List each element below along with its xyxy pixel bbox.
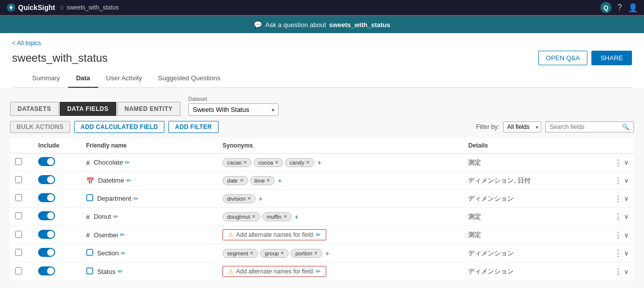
row-action-buttons: ⋮ ∨ <box>605 267 629 276</box>
include-toggle[interactable] <box>38 266 55 275</box>
include-toggle[interactable] <box>38 211 55 220</box>
qa-banner[interactable]: 💬 Ask a question about sweets_with_statu… <box>0 16 644 33</box>
field-name-label: Donut <box>94 213 111 220</box>
row-action-buttons: ⋮ ∨ <box>605 249 629 258</box>
row-expand-icon[interactable]: ∨ <box>624 159 629 166</box>
add-synonym-icon[interactable]: + <box>325 249 329 257</box>
add-alternate-names-btn[interactable]: ⚠ Add alternate names for field ✏ <box>223 229 326 240</box>
add-synonym-icon[interactable]: + <box>295 213 299 221</box>
sub-tab-data-fields[interactable]: DATA FIELDS <box>60 102 116 116</box>
share-button[interactable]: SHARE <box>591 51 632 65</box>
tag-remove-icon[interactable]: ✕ <box>243 160 247 165</box>
tag-remove-icon[interactable]: ✕ <box>275 160 279 165</box>
tab-user-activity[interactable]: User Activity <box>98 69 150 88</box>
measure-icon: # <box>86 159 90 167</box>
row-checkbox[interactable] <box>15 212 22 219</box>
tag-pill: date ✕ <box>223 176 248 185</box>
include-toggle[interactable] <box>38 248 55 257</box>
sub-tab-datasets[interactable]: DATASETS <box>10 102 59 116</box>
search-input[interactable] <box>550 123 620 130</box>
row-menu-icon[interactable]: ⋮ <box>614 158 622 167</box>
qa-icon: 💬 <box>254 21 262 29</box>
field-name-edit-icon[interactable]: ✏ <box>126 177 131 184</box>
back-link[interactable]: All topics <box>12 40 41 47</box>
row-checkbox[interactable] <box>15 267 22 274</box>
include-toggle[interactable] <box>38 230 55 239</box>
include-toggle[interactable] <box>38 175 55 184</box>
row-checkbox[interactable] <box>15 158 22 165</box>
row-expand-icon[interactable]: ∨ <box>624 195 629 202</box>
tab-suggested-questions[interactable]: Suggested Questions <box>150 69 228 88</box>
row-expand-icon[interactable]: ∨ <box>624 213 629 220</box>
field-name-edit-icon[interactable]: ✏ <box>133 195 138 202</box>
row-checkbox[interactable] <box>15 176 22 183</box>
row-menu-icon[interactable]: ⋮ <box>614 176 622 185</box>
tab-data[interactable]: Data <box>68 69 98 88</box>
tag-remove-icon[interactable]: ✕ <box>280 250 284 256</box>
field-name-edit-icon[interactable]: ✏ <box>125 159 130 166</box>
table-row: Section ✏ segment ✕group ✕portion ✕+ ディメ… <box>10 244 634 262</box>
row-action-buttons: ⋮ ∨ <box>605 230 629 239</box>
dataset-select[interactable]: Sweets With Status <box>188 103 279 116</box>
row-details-cell: ディメンション <box>463 262 599 281</box>
tag-remove-icon[interactable]: ✕ <box>306 160 310 165</box>
tag-remove-icon[interactable]: ✕ <box>240 178 244 183</box>
tag-pill: group ✕ <box>260 249 289 258</box>
add-field-label: Add alternate names for field <box>236 268 313 275</box>
field-name-edit-icon[interactable]: ✏ <box>120 231 125 238</box>
row-checkbox[interactable] <box>15 231 22 238</box>
row-menu-icon[interactable]: ⋮ <box>614 249 622 258</box>
row-expand-icon[interactable]: ∨ <box>624 268 629 275</box>
field-name-label: Section <box>97 249 119 257</box>
row-checkbox[interactable] <box>15 194 22 201</box>
tab-summary[interactable]: Summary <box>24 69 68 88</box>
sub-tab-named-entity[interactable]: NAMED ENTITY <box>117 102 180 116</box>
tag-remove-icon[interactable]: ✕ <box>247 196 251 201</box>
row-menu-icon[interactable]: ⋮ <box>614 230 622 239</box>
tag-remove-icon[interactable]: ✕ <box>314 250 318 256</box>
tag-pill: segment ✕ <box>223 249 258 258</box>
tag-remove-icon[interactable]: ✕ <box>252 214 256 219</box>
tag-remove-icon[interactable]: ✕ <box>250 250 254 256</box>
field-name-edit-icon[interactable]: ✏ <box>113 213 118 220</box>
help-icon[interactable]: ? <box>617 3 622 12</box>
row-details-cell: ディメンション <box>463 244 599 262</box>
add-field-label: Add alternate names for field <box>236 231 313 238</box>
brand-logo[interactable]: QuickSight <box>6 3 55 13</box>
include-toggle[interactable] <box>38 193 55 202</box>
add-synonym-icon[interactable]: + <box>317 159 321 167</box>
open-qa-button[interactable]: OPEN Q&A <box>538 51 587 65</box>
row-checkbox-cell <box>10 208 33 226</box>
tag-remove-icon[interactable]: ✕ <box>283 214 287 219</box>
table-row: Status ✏ ⚠ Add alternate names for field… <box>10 262 634 281</box>
row-menu-icon[interactable]: ⋮ <box>614 267 622 276</box>
tag-remove-icon[interactable]: ✕ <box>266 178 270 183</box>
table-row: 📅 Datetime ✏ date ✕time ✕+ ディメンション, 日付 ⋮… <box>10 172 634 190</box>
add-synonym-icon[interactable]: + <box>259 195 263 203</box>
field-name-edit-icon[interactable]: ✏ <box>121 250 126 257</box>
svg-rect-1 <box>87 195 93 201</box>
dimension-icon <box>86 194 93 203</box>
row-expand-icon[interactable]: ∨ <box>624 249 629 257</box>
edit-icon[interactable]: ✏ <box>316 231 321 238</box>
row-menu-icon[interactable]: ⋮ <box>614 194 622 203</box>
add-calculated-field-button[interactable]: ADD CALCULATED FIELD <box>74 121 164 133</box>
filter-select[interactable]: All fields <box>503 121 541 132</box>
add-alternate-names-btn[interactable]: ⚠ Add alternate names for field ✏ <box>223 266 326 277</box>
row-details-cell: 測定 <box>463 154 599 172</box>
row-expand-icon[interactable]: ∨ <box>624 231 629 239</box>
row-actions-cell: ⋮ ∨ <box>600 172 634 190</box>
edit-icon[interactable]: ✏ <box>316 268 321 275</box>
field-name-edit-icon[interactable]: ✏ <box>118 268 123 275</box>
include-toggle[interactable] <box>38 157 55 166</box>
circle-icon[interactable]: Q <box>600 2 611 13</box>
row-checkbox[interactable] <box>15 249 22 256</box>
field-details-label: 測定 <box>468 213 481 220</box>
row-menu-icon[interactable]: ⋮ <box>614 212 622 221</box>
add-filter-button[interactable]: ADD FILTER <box>168 121 218 133</box>
table-row: # Donut ✏ doughnut ✕muffin ✕+ 測定 ⋮ ∨ <box>10 208 634 226</box>
row-expand-icon[interactable]: ∨ <box>624 177 629 184</box>
add-synonym-icon[interactable]: + <box>278 177 282 185</box>
qa-link[interactable]: sweets_with_status <box>329 21 390 29</box>
user-icon[interactable]: 👤 <box>628 3 638 13</box>
